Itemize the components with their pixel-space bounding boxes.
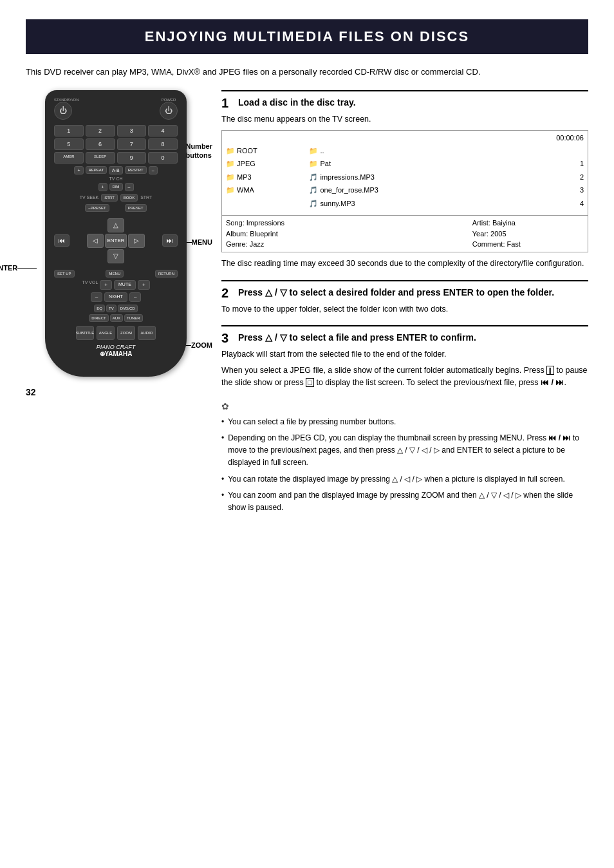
btn-preset-minus[interactable]: –PRESET <box>85 204 109 212</box>
menu-label: MENU <box>192 238 212 246</box>
btn-left[interactable]: ◁ <box>87 234 104 248</box>
yamaha-logo: ⊛YAMAHA <box>54 350 178 357</box>
btn-return[interactable]: RETURN <box>155 270 178 278</box>
enter-label: ENTER <box>0 264 17 272</box>
btn-preset-plus[interactable]: PRESET <box>125 204 147 212</box>
btn-ambr[interactable]: AMBR <box>54 152 84 164</box>
right-column: 1 Load a disc in the disc tray. The disc… <box>221 90 588 518</box>
btn-skip-next[interactable]: ⏭ <box>162 234 178 247</box>
btn-tch-dn[interactable]: – <box>125 183 134 191</box>
label-tvch: TV CH <box>109 176 123 181</box>
btn-repeat[interactable]: REPEAT <box>86 166 107 174</box>
btn-down[interactable]: ▽ <box>107 249 124 263</box>
btn-direct[interactable]: DIRECT <box>89 314 108 322</box>
btn-zoom[interactable]: ZOOM <box>117 326 135 340</box>
number-buttons-label: Number buttons <box>185 142 212 160</box>
left-column: Number buttons MENU ENTER ZOOM STAN <box>26 90 206 518</box>
btn-1[interactable]: 1 <box>54 125 84 137</box>
btn-9[interactable]: 9 <box>117 152 147 164</box>
btn-right[interactable]: ▷ <box>128 234 145 248</box>
step-1-number: 1 <box>221 97 232 109</box>
sub-folder-icon: 📁 <box>309 160 318 167</box>
tip-4-text: You can zoom and pan the displayed image… <box>228 489 588 514</box>
music-icon: 🎵 <box>309 173 318 181</box>
disc-row-root: 📁 ROOT 📁 .. <box>222 144 588 158</box>
step-1-note: The disc reading time may exceed 30 seco… <box>221 258 588 270</box>
disc-comment: Comment: Fast <box>472 239 584 250</box>
skip-icons: ⏮ / ⏭ <box>541 378 564 387</box>
btn-subtitle[interactable]: SUBTITLE <box>76 326 94 340</box>
btn-minus[interactable]: – <box>149 166 158 175</box>
btn-tuner[interactable]: TUNER <box>124 314 143 322</box>
step-2-section: 2 Press △ / ▽ to select a desired folder… <box>221 280 588 316</box>
zoom-label: ZOOM <box>191 341 212 349</box>
btn-3[interactable]: 3 <box>117 125 147 137</box>
btn-up[interactable]: △ <box>107 218 124 232</box>
number-grid[interactable]: 1 2 3 4 5 6 7 8 AMBR SLEEP 9 0 <box>54 125 178 164</box>
main-title: ENJOYING MULTIMEDIA FILES ON DISCS <box>145 28 469 44</box>
btn-aux[interactable]: AUX <box>110 314 123 322</box>
btn-angle[interactable]: ANGLE <box>97 326 115 340</box>
disc-meta-row: Song: Impressions Album: Blueprint Genre… <box>222 216 588 252</box>
brand-label: PIANO CRAFT <box>54 344 178 350</box>
sub-folder-icon: 📁 <box>309 147 318 155</box>
tips-section: ✿ • You can select a file by pressing nu… <box>221 399 588 514</box>
disc-row-jpeg: 📁 JPEG 📁 Pat 1 <box>222 157 588 171</box>
folder-icon: 📁 <box>226 186 235 194</box>
btn-plus[interactable]: + <box>74 166 83 175</box>
btn-0[interactable]: 0 <box>148 152 178 164</box>
page-number: 32 <box>26 387 206 397</box>
btn-dim[interactable]: DIM <box>109 183 123 191</box>
btn-8[interactable]: 8 <box>148 138 178 150</box>
step-2-body: To move to the upper folder, select the … <box>221 303 588 316</box>
step-3-number: 3 <box>221 332 232 344</box>
btn-audio[interactable]: AUDIO <box>138 326 156 340</box>
music-icon: 🎵 <box>309 200 318 207</box>
btn-tv[interactable]: TV <box>106 305 116 312</box>
btn-night[interactable]: NIGHT <box>104 292 127 302</box>
btn-2[interactable]: 2 <box>86 125 115 137</box>
btn-4[interactable]: 4 <box>148 125 178 137</box>
btn-tvvol-plus[interactable]: + <box>100 280 112 290</box>
btn-vol-minus[interactable]: – <box>129 292 141 302</box>
btn-mute[interactable]: MUTE <box>114 280 136 290</box>
intro-paragraph: This DVD receiver can play MP3, WMA, Div… <box>26 66 588 79</box>
btn-5[interactable]: 5 <box>54 138 84 150</box>
stop-icon: □ <box>306 378 314 387</box>
tip-4: • You can zoom and pan the displayed ima… <box>221 489 588 514</box>
disc-menu-table: 00:00:06 📁 ROOT 📁 .. 📁 JPEG 📁 Pat 1 <box>221 130 588 252</box>
btn-tvvol-minus[interactable]: – <box>91 292 102 302</box>
tip-2-text: Depending on the JPEG CD, you can displa… <box>228 432 588 469</box>
disc-album: Album: Blueprint <box>226 229 465 240</box>
btn-vol-plus[interactable]: + <box>138 280 150 290</box>
disc-time: 00:00:06 <box>556 134 584 142</box>
disc-artist: Artist: Baiyina <box>472 218 584 229</box>
tip-3: • You can rotate the displayed image by … <box>221 473 588 486</box>
btn-ab[interactable]: A-B <box>109 166 123 175</box>
btn-dvdcd[interactable]: DVD/CD <box>118 305 138 312</box>
page-title-bar: ENJOYING MULTIMEDIA FILES ON DISCS <box>26 19 588 54</box>
step-2-title: Press △ / ▽ to select a desired folder a… <box>238 287 554 298</box>
step-2-number: 2 <box>221 287 232 299</box>
btn-skip-prev[interactable]: ⏮ <box>54 234 70 247</box>
btn-eq[interactable]: EQ <box>94 305 105 312</box>
step-1-title: Load a disc in the disc tray. <box>238 97 356 108</box>
step-3-body-1: Playback will start from the selected fi… <box>221 348 588 361</box>
disc-song: Song: Impressions <box>226 218 465 229</box>
folder-icon: 📁 <box>226 160 235 167</box>
btn-sleep[interactable]: SLEEP <box>86 152 115 164</box>
btn-menu[interactable]: MENU <box>106 270 124 278</box>
btn-restrt[interactable]: RESTRT <box>125 166 147 174</box>
btn-enter[interactable]: ENTER <box>105 234 127 248</box>
btn-7[interactable]: 7 <box>117 138 147 150</box>
pause-icon: ‖ <box>546 366 554 375</box>
disc-row-mp3: 📁 MP3 🎵 impressions.MP3 2 <box>222 171 588 184</box>
step-1-section: 1 Load a disc in the disc tray. The disc… <box>221 90 588 270</box>
btn-setup[interactable]: SET UP <box>54 270 75 278</box>
step-3-title: Press △ / ▽ to select a file and press E… <box>238 332 476 343</box>
btn-tch-up[interactable]: + <box>98 183 107 191</box>
btn-6[interactable]: 6 <box>86 138 115 150</box>
step-3-section: 3 Press △ / ▽ to select a file and press… <box>221 325 588 388</box>
btn-tvseek[interactable]: STRT <box>101 194 118 202</box>
btn-book[interactable]: BOOK <box>120 194 138 202</box>
